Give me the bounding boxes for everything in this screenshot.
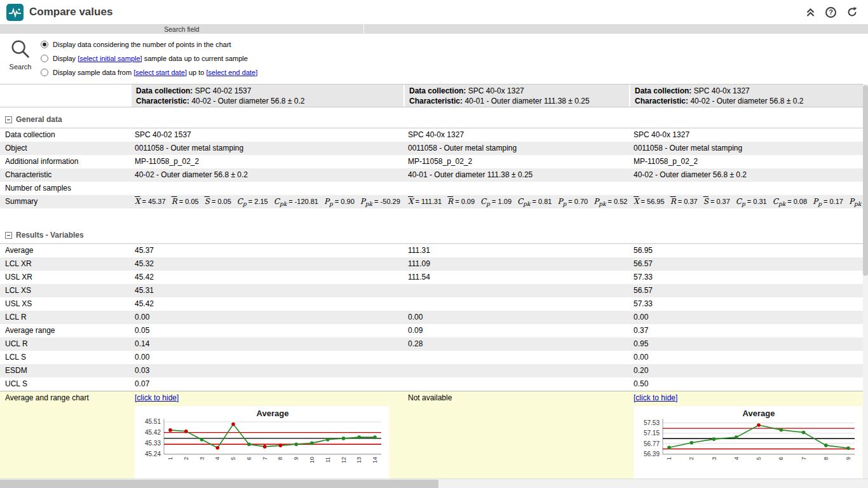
- svg-text:5: 5: [230, 457, 236, 460]
- search-option-link[interactable]: [select initial sample]: [78, 55, 142, 62]
- table-row: LCL XS45.3156.57: [0, 284, 863, 297]
- stat-item: Pp = 0.70: [557, 197, 588, 206]
- row-value: [403, 364, 629, 377]
- search-option[interactable]: Display data considering the number of p…: [41, 39, 257, 49]
- row-value: 40-02 - Outer diameter 56.8 ± 0.2: [629, 168, 863, 182]
- column-header: Data collection: SPC 40-0x 1327Character…: [403, 85, 629, 107]
- refresh-icon[interactable]: [846, 6, 858, 18]
- stat-value: = 2.15: [247, 198, 268, 205]
- svg-text:13: 13: [356, 457, 362, 463]
- column-header: Data collection: SPC 40-0x 1327Character…: [629, 85, 863, 107]
- svg-text:3: 3: [711, 457, 717, 460]
- stat-symbol: P: [849, 197, 854, 206]
- help-icon[interactable]: ?: [825, 7, 836, 18]
- row-value: 0.00: [629, 351, 863, 364]
- stat-value: = 111.31: [414, 198, 442, 205]
- search-option[interactable]: Display sample data from [select start d…: [41, 67, 257, 77]
- row-label: Object: [0, 142, 130, 155]
- svg-text:2: 2: [183, 457, 189, 460]
- chart-band-spacer: [0, 405, 130, 478]
- table-row: Number of samples: [0, 182, 863, 195]
- stat-subscript: pk: [778, 201, 785, 207]
- stat-item: Cp = 0.31: [736, 197, 767, 206]
- stat-value: = 0.70: [566, 198, 588, 205]
- search-option-label: Display data considering the number of p…: [53, 41, 231, 48]
- row-label: Additional information: [0, 155, 130, 168]
- stat-value: = 0.08: [785, 198, 807, 205]
- horizontal-scrollbar-thumb[interactable]: [0, 480, 438, 488]
- search-option-link[interactable]: [select start date]: [133, 69, 187, 76]
- stat-item: X = 56.95: [634, 197, 665, 206]
- column-header-collection: Data collection: SPC 40-0x 1327: [409, 86, 625, 96]
- stat-value: = 0.31: [745, 198, 767, 205]
- search-option-link[interactable]: [select end date]: [207, 69, 258, 76]
- row-value: 0.00: [403, 311, 629, 324]
- row-label: Data collection: [0, 128, 130, 142]
- section-header-results-variables[interactable]: Results - Variables: [0, 224, 863, 244]
- chart-toggle-row: Average and range chart[click to hide]No…: [0, 391, 863, 405]
- row-value: 0.20: [629, 364, 863, 377]
- click-to-hide-link[interactable]: [click to hide]: [135, 393, 179, 402]
- row-label: Average: [0, 244, 130, 257]
- not-available-text: Not available: [408, 393, 452, 402]
- stat-item: R = 0.09: [447, 197, 475, 206]
- column-header-characteristic: Characteristic: 40-01 - Outer diameter 1…: [409, 96, 625, 106]
- svg-text:9: 9: [293, 457, 299, 460]
- click-to-hide-link[interactable]: [click to hide]: [634, 393, 677, 402]
- svg-text:56.39: 56.39: [644, 451, 660, 458]
- radio-button[interactable]: [41, 41, 48, 48]
- svg-text:45.51: 45.51: [145, 418, 161, 425]
- svg-text:10: 10: [309, 457, 315, 463]
- stat-item: Cpk = -120.81: [274, 197, 318, 206]
- stat-item: R = 0.37: [670, 197, 698, 206]
- stat-value: = -50.29: [372, 198, 400, 205]
- table-row: LCL XR45.32111.0956.57: [0, 257, 863, 271]
- section-header-general-data[interactable]: General data: [0, 107, 863, 128]
- stat-item: Ppk =: [849, 197, 863, 206]
- svg-text:4: 4: [214, 457, 220, 460]
- stat-subscript: pk: [854, 201, 861, 207]
- stat-item: Pp = 0.17: [813, 197, 843, 206]
- search-option[interactable]: Display [select initial sample] sample d…: [41, 53, 257, 63]
- stat-value: = 45.37: [140, 198, 166, 205]
- row-value: 0.28: [403, 337, 629, 351]
- row-value: MP-11058_p_02_2: [130, 155, 403, 168]
- stat-item: Ppk = -50.29: [360, 197, 400, 206]
- row-value: 0.00: [629, 311, 863, 324]
- help-glyph: ?: [825, 7, 836, 18]
- row-value: 40-02 - Outer diameter 56.8 ± 0.2: [130, 168, 403, 182]
- stat-subscript: pk: [523, 201, 530, 207]
- chart-toggle-cell: [click to hide]: [130, 391, 403, 405]
- svg-text:4: 4: [733, 457, 740, 460]
- section-title: Results - Variables: [16, 231, 84, 240]
- row-label: ESDM: [0, 364, 130, 377]
- vertical-scrollbar[interactable]: [863, 84, 868, 478]
- row-value: MP-11058_p_02_2: [629, 155, 863, 168]
- row-value: 0.00: [130, 351, 403, 364]
- stat-value: = 1.09: [490, 198, 512, 205]
- stat-symbol: S: [703, 197, 709, 206]
- search-button[interactable]: Search: [4, 38, 37, 81]
- vertical-scrollbar-thumb[interactable]: [863, 85, 868, 276]
- stat-symbol: C: [480, 197, 486, 206]
- radio-button[interactable]: [41, 69, 48, 76]
- svg-text:45.33: 45.33: [145, 440, 161, 447]
- search-option-label: Display sample data from [select start d…: [53, 69, 257, 76]
- table-row: Characteristic40-02 - Outer diameter 56.…: [0, 168, 863, 182]
- svg-text:5: 5: [756, 457, 762, 460]
- stat-value: = 0.90: [333, 198, 355, 205]
- collapse-section-icon[interactable]: [5, 116, 12, 123]
- horizontal-scrollbar[interactable]: [0, 478, 868, 488]
- collapse-all-icon[interactable]: [806, 8, 815, 17]
- table-row: LCL R0.000.000.00: [0, 311, 863, 324]
- row-label: LCL XS: [0, 284, 130, 297]
- search-panel-left: Search field Search Display data conside…: [0, 25, 363, 84]
- stat-value: = 0.17: [822, 198, 843, 205]
- stat-symbol: C: [517, 197, 523, 206]
- collapse-section-icon[interactable]: [5, 232, 12, 239]
- row-value: 0.03: [130, 364, 403, 377]
- radio-button[interactable]: [41, 55, 48, 62]
- option-text: Display data considering the number of p…: [53, 41, 231, 48]
- row-value: 0011058 - Outer metal stamping: [130, 142, 403, 155]
- table-row: UCL R0.140.280.95: [0, 337, 863, 351]
